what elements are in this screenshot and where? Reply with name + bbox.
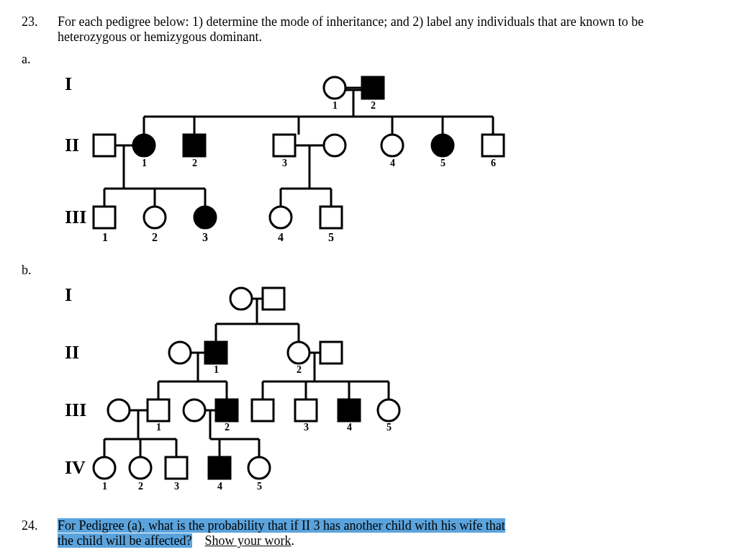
svg-rect-14 [94, 135, 115, 156]
question-24: 24. For Pedigree (a), what is the probab… [22, 518, 715, 548]
gen-label-II-b: II [65, 342, 79, 363]
svg-point-26 [432, 135, 453, 156]
svg-rect-61 [320, 342, 342, 363]
svg-text:2: 2 [152, 231, 158, 243]
svg-rect-82 [252, 399, 273, 421]
svg-text:6: 6 [491, 158, 496, 168]
svg-text:5: 5 [440, 158, 446, 168]
svg-text:2: 2 [225, 422, 230, 433]
svg-text:3: 3 [174, 481, 179, 492]
question-text-23: For each pedigree below: 1) determine th… [58, 14, 715, 45]
svg-text:5: 5 [257, 481, 262, 492]
svg-rect-85 [338, 399, 360, 421]
svg-text:2: 2 [192, 158, 197, 168]
svg-text:1: 1 [214, 364, 219, 375]
q24-highlight-1: For Pedigree (a), what is the probabilit… [58, 518, 505, 533]
svg-point-98 [94, 457, 115, 479]
svg-text:1: 1 [156, 422, 161, 433]
svg-rect-101 [209, 457, 230, 479]
svg-point-24 [381, 135, 403, 156]
svg-rect-1 [362, 77, 384, 99]
svg-text:3: 3 [202, 231, 208, 243]
svg-point-56 [169, 342, 191, 363]
svg-text:3: 3 [304, 422, 309, 433]
pedigree-b-svg: 1 2 1 2 3 4 5 [50, 281, 482, 504]
svg-point-74 [108, 399, 130, 421]
svg-point-102 [248, 457, 270, 479]
svg-rect-35 [94, 207, 115, 228]
svg-point-15 [133, 135, 155, 156]
svg-point-49 [230, 288, 252, 310]
svg-point-36 [144, 207, 166, 228]
svg-rect-18 [184, 135, 205, 156]
svg-text:3: 3 [282, 158, 287, 168]
svg-rect-57 [205, 342, 227, 363]
gen-label-III-b: III [65, 399, 86, 421]
gen-label-I-b: I [65, 284, 72, 306]
gen-label-II: II [65, 135, 79, 156]
q24-period: . [291, 533, 295, 548]
gen-label-III: III [65, 207, 86, 228]
svg-text:2: 2 [297, 364, 302, 375]
question-number-23: 23. [22, 14, 58, 45]
svg-rect-100 [166, 457, 187, 479]
svg-rect-83 [295, 399, 317, 421]
svg-point-78 [184, 399, 205, 421]
svg-text:4: 4 [217, 481, 222, 492]
svg-rect-20 [273, 135, 295, 156]
svg-text:1: 1 [142, 158, 147, 168]
svg-rect-50 [263, 288, 284, 310]
svg-text:1: 1 [102, 231, 108, 243]
svg-point-45 [270, 207, 291, 228]
svg-rect-46 [320, 207, 342, 228]
question-text-24: For Pedigree (a), what is the probabilit… [58, 518, 715, 548]
svg-point-0 [324, 77, 345, 99]
svg-point-99 [130, 457, 151, 479]
gen-label-I: I [65, 73, 72, 95]
svg-point-37 [194, 207, 216, 228]
gen-label-IV-b: IV [65, 457, 86, 479]
svg-rect-28 [482, 135, 504, 156]
svg-point-87 [378, 399, 399, 421]
svg-rect-79 [216, 399, 238, 421]
question-number-24: 24. [22, 518, 58, 548]
svg-rect-75 [148, 399, 169, 421]
question-23: 23. For each pedigree below: 1) determin… [22, 14, 715, 45]
pedigree-a: I II III 1 2 1 2 3 4 [50, 70, 715, 257]
pedigree-b: I II III IV 1 2 [50, 281, 715, 518]
svg-text:4: 4 [278, 231, 284, 243]
svg-text:2: 2 [138, 481, 143, 492]
svg-point-21 [324, 135, 345, 156]
subpart-b-label: b. [22, 263, 715, 278]
subpart-a-label: a. [22, 52, 715, 67]
svg-text:5: 5 [328, 231, 334, 243]
svg-text:1: 1 [333, 100, 338, 111]
svg-text:4: 4 [347, 422, 352, 433]
svg-text:1: 1 [102, 481, 107, 492]
svg-point-60 [288, 342, 309, 363]
svg-text:5: 5 [386, 422, 392, 433]
svg-text:4: 4 [390, 158, 395, 168]
svg-text:2: 2 [371, 100, 376, 111]
q24-highlight-2: the child will be affected? [58, 533, 192, 548]
pedigree-a-svg: 1 2 1 2 3 4 5 6 [50, 70, 554, 257]
q24-show-work: Show your work [205, 533, 291, 548]
